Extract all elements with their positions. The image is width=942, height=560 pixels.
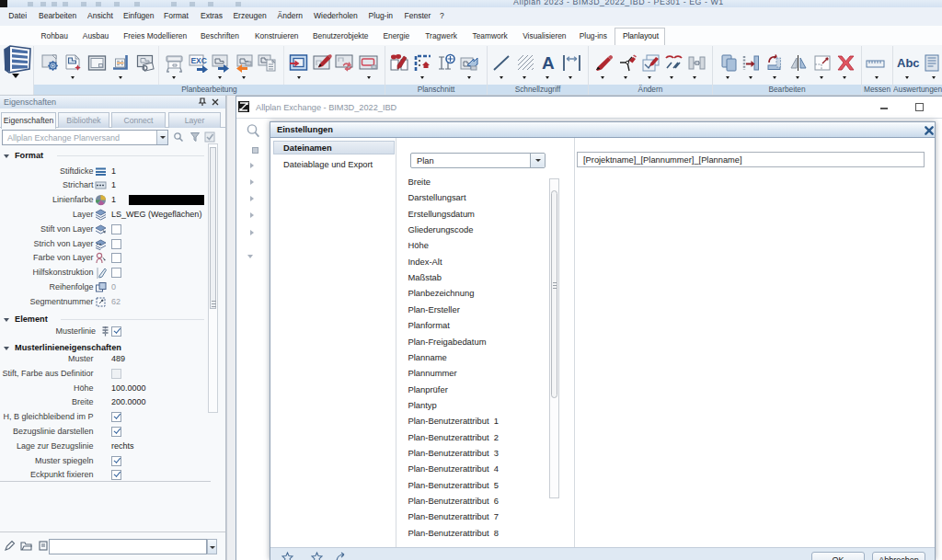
svg-text:Abc: Abc — [897, 56, 920, 70]
svg-text:EXC: EXC — [190, 56, 206, 65]
svg-text:A: A — [542, 53, 555, 73]
